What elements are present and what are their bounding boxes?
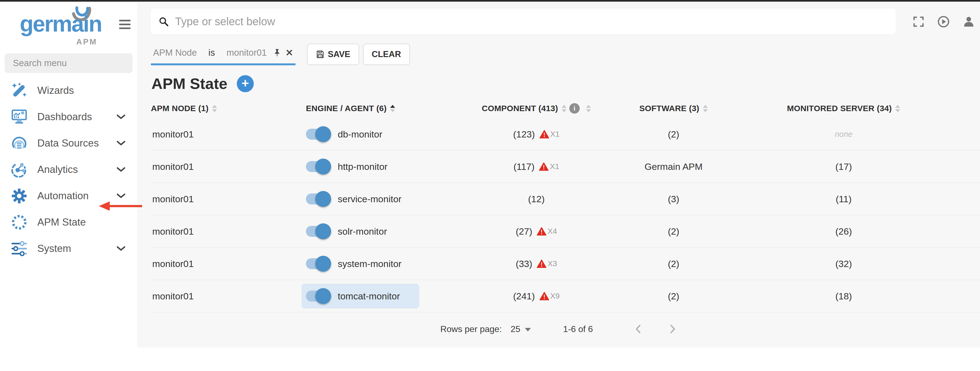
sidebar-item-label: Analytics xyxy=(37,164,78,175)
global-search-input[interactable] xyxy=(175,15,888,28)
global-search-bar xyxy=(151,9,896,34)
table-row: monitor01 system-monitor (33) xyxy=(151,248,980,280)
chevron-down-icon xyxy=(116,114,126,119)
clear-button[interactable]: CLEAR xyxy=(363,44,410,65)
analytics-icon xyxy=(10,161,28,178)
dashboard-monitor-icon xyxy=(10,108,28,126)
fullscreen-icon[interactable] xyxy=(913,16,924,27)
component-count: (123) xyxy=(513,129,535,140)
sidebar-item-data-sources[interactable]: Data Sources xyxy=(0,130,137,156)
cell-engine-agent: tomcat-monitor xyxy=(306,284,473,309)
agent-enabled-toggle[interactable] xyxy=(306,159,329,175)
column-header-engine-agent[interactable]: ENGINE / AGENT (6) xyxy=(306,104,473,113)
agent-name: service-monitor xyxy=(338,194,401,204)
agent-name: solr-monitor xyxy=(338,226,387,237)
cell-apm-node: monitor01 xyxy=(151,258,306,269)
cell-component: (117) X1 xyxy=(473,161,600,172)
info-icon[interactable]: i xyxy=(569,103,580,114)
play-circle-icon[interactable] xyxy=(937,16,950,28)
red-arrow-left xyxy=(99,201,143,211)
clear-button-label: CLEAR xyxy=(372,49,401,59)
component-count: (117) xyxy=(513,161,535,172)
sidebar-item-wizards[interactable]: Wizards xyxy=(0,77,137,104)
sidebar-item-label: APM State xyxy=(37,217,86,228)
rows-per-page-label: Rows per page: xyxy=(440,324,502,334)
cell-component: (27) X4 xyxy=(473,226,600,237)
data-sources-icon xyxy=(10,134,28,152)
cell-engine-agent: db-monitor xyxy=(306,122,473,146)
warning-triangle-icon xyxy=(539,162,549,171)
cell-component: (123) X1 xyxy=(473,129,600,140)
cell-software: Germain APM xyxy=(600,161,748,172)
column-header-software[interactable]: SOFTWARE (3) xyxy=(600,104,748,113)
pagination: Rows per page: 25 1-6 of 6 xyxy=(137,320,980,338)
previous-page-button[interactable] xyxy=(634,323,642,334)
cell-engine-agent: http-monitor xyxy=(306,154,473,179)
warning-triangle-icon xyxy=(539,130,549,139)
next-page-button[interactable] xyxy=(668,323,677,334)
table-row: monitor01 tomcat-monitor (241) xyxy=(151,280,980,312)
agent-enabled-toggle[interactable] xyxy=(306,126,329,142)
sidebar-item-system[interactable]: System xyxy=(0,236,137,262)
warning-count: X3 xyxy=(547,259,557,268)
gear-icon xyxy=(10,187,28,205)
cell-monitored-server: (32) xyxy=(748,258,940,269)
rows-per-page-select[interactable]: 25 xyxy=(511,324,531,334)
chevron-down-icon xyxy=(116,167,126,172)
cell-apm-node: monitor01 xyxy=(151,129,306,140)
save-floppy-icon xyxy=(316,50,325,59)
warning-badge: X4 xyxy=(537,227,557,236)
agent-enabled-toggle[interactable] xyxy=(306,223,329,239)
column-header-apm-node[interactable]: APM NODE (1) xyxy=(151,104,306,113)
agent-enabled-toggle[interactable] xyxy=(306,288,329,304)
warning-count: X1 xyxy=(550,162,559,171)
component-count: (33) xyxy=(516,258,532,269)
cell-monitored-server: (26) xyxy=(748,226,940,237)
cell-software: (2) xyxy=(600,291,748,302)
search-icon xyxy=(159,16,169,27)
agent-name: db-monitor xyxy=(338,129,382,140)
agent-enabled-toggle[interactable] xyxy=(306,256,329,272)
cell-engine-agent: solr-monitor xyxy=(306,219,473,244)
table-row: monitor01 solr-monitor (27) xyxy=(151,215,980,248)
cell-component: (241) X9 xyxy=(473,291,600,302)
sidebar-item-label: System xyxy=(37,243,71,255)
sidebar-item-dashboards[interactable]: Dashboards xyxy=(0,104,137,130)
apm-state-table: APM NODE (1) ENGINE / AGENT (6) COMPONEN… xyxy=(137,99,980,312)
chevron-down-icon xyxy=(116,140,126,146)
filter-bar: APM Node is monitor01 ✕ xyxy=(151,44,980,65)
column-header-label: APM NODE (1) xyxy=(151,104,208,113)
content-footer-area xyxy=(137,348,980,371)
warning-triangle-icon xyxy=(539,292,549,301)
save-button-label: SAVE xyxy=(328,49,350,59)
table-row: monitor01 db-monitor (123) xyxy=(151,118,980,151)
filter-value: monitor01 xyxy=(226,48,267,58)
cell-component: (33) X3 xyxy=(473,258,600,269)
sort-icon xyxy=(586,105,591,112)
sidebar-item-analytics[interactable]: Analytics xyxy=(0,156,137,183)
menu-search-input[interactable] xyxy=(5,53,132,73)
component-count: (27) xyxy=(516,226,532,237)
column-header-monitored-server[interactable]: MONITORED SERVER (34) xyxy=(748,104,940,113)
filter-chip[interactable]: APM Node is monitor01 ✕ xyxy=(151,44,296,65)
close-icon[interactable]: ✕ xyxy=(285,48,293,57)
table-row: monitor01 service-monitor (12) xyxy=(151,183,980,215)
agent-enabled-toggle[interactable] xyxy=(306,191,329,207)
brand-sub: APM xyxy=(76,37,97,46)
cell-software: (2) xyxy=(600,226,748,237)
component-count: (12) xyxy=(528,194,545,204)
add-button[interactable]: + xyxy=(237,75,254,92)
sort-icon xyxy=(895,105,900,112)
user-icon[interactable] xyxy=(963,16,975,28)
sidebar-item-label: Data Sources xyxy=(37,137,99,149)
sidebar-item-apm-state[interactable]: APM State xyxy=(0,209,137,236)
filter-operator: is xyxy=(208,48,215,58)
column-header-component[interactable]: COMPONENT (413) i xyxy=(473,103,600,114)
warning-badge: X3 xyxy=(537,259,557,268)
pin-icon[interactable] xyxy=(273,48,282,57)
wand-icon xyxy=(10,82,28,99)
agent-name: tomcat-monitor xyxy=(338,291,400,302)
save-button[interactable]: SAVE xyxy=(307,44,359,65)
rows-per-page-value: 25 xyxy=(511,324,520,334)
table-row: monitor01 http-monitor (117) xyxy=(151,151,980,183)
